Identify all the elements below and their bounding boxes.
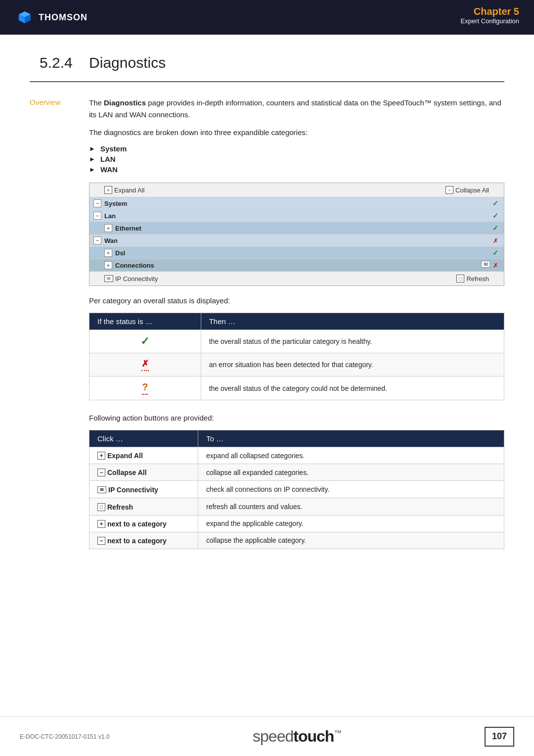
table-row: + Expand All expand all collapsed catego…	[89, 447, 504, 464]
section-name: Diagnostics	[89, 54, 166, 71]
category-system: System	[100, 144, 127, 153]
expand-icon-dsl[interactable]: +	[104, 249, 112, 257]
table-row: − Collapse All collapse all expanded cat…	[89, 464, 504, 481]
expand-icon-lan[interactable]: −	[93, 212, 101, 220]
list-item-lan: ► LAN	[89, 155, 504, 163]
expand-icon-system[interactable]: −	[93, 199, 101, 207]
diagnostics-bold: Diagnostics	[104, 98, 146, 107]
action-col2-header: To …	[198, 430, 504, 447]
ip-connectivity-btn-label: IP Connectivity	[108, 486, 158, 494]
table-row: + next to a category expand the applicab…	[89, 515, 504, 532]
row-label-dsl: Dsl	[115, 249, 491, 257]
overview-intro2: The diagnostics are broken down into thr…	[89, 127, 504, 139]
plus-category-label: next to a category	[107, 520, 167, 528]
refresh-btn[interactable]: □ Refresh	[456, 275, 489, 283]
row-label-ethernet: Ethernet	[115, 225, 491, 232]
expand-all-toolbar-btn[interactable]: + Expand All	[104, 186, 144, 194]
row-label-lan: Lan	[104, 212, 491, 220]
table-row: ? the overall status of the category cou…	[89, 377, 504, 400]
list-item-wan: ► WAN	[89, 165, 504, 174]
expand-all-btn-inline: + Expand All	[97, 452, 143, 460]
diagnostics-ui-diagram: + Expand All − Collapse All − System ✓	[89, 183, 504, 286]
action-ip-desc: check all connections on IP connectivity…	[198, 481, 504, 498]
status-desc-unknown: the overall status of the category could…	[201, 377, 504, 400]
refresh-label: Refresh	[466, 275, 489, 283]
doc-id: E-DOC-CTC-20051017-0151 v1.0	[20, 733, 109, 740]
table-row: □ Refresh refresh all counters and value…	[89, 498, 504, 516]
collapse-all-label: Collapse All	[455, 187, 489, 194]
action-plus-category-desc: expand the applicable category.	[198, 515, 504, 532]
refresh-icon: □	[456, 275, 464, 283]
expand-icon-connections[interactable]: +	[104, 261, 112, 269]
per-category-text: Per category an overall status is displa…	[89, 295, 504, 307]
action-plus-category-cell: + next to a category	[89, 515, 198, 532]
overview-label: Overview	[30, 97, 74, 561]
page-content: 5.2.4 Diagnostics Overview The Diagnosti…	[0, 35, 534, 591]
section-title: 5.2.4 Diagnostics	[30, 54, 504, 71]
table-row: ✉ IP Connectivity check all connections …	[89, 481, 504, 498]
brand-light-text: speed	[253, 727, 293, 745]
diag-row-connections: + Connections ✉ ✗	[89, 259, 504, 272]
expand-all-label: Expand All	[114, 187, 144, 194]
refresh-btn-inline: □ Refresh	[97, 503, 133, 511]
action-minus-category-cell: − next to a category	[89, 532, 198, 549]
overview-section: Overview The Diagnostics page provides i…	[30, 97, 504, 561]
status-icon-error-cell: ✗	[89, 353, 201, 377]
checkmark-icon: ✓	[140, 335, 149, 347]
bullet-arrow-lan: ►	[89, 155, 95, 163]
status-connections-mail: ✉	[481, 261, 490, 268]
chapter-number: Chapter 5	[460, 6, 519, 17]
action-expand-all-desc: expand all collapsed categories.	[198, 447, 504, 464]
row-label-system: System	[104, 200, 491, 207]
status-icon-question-cell: ?	[89, 377, 201, 400]
diag-row-lan: − Lan ✓	[89, 210, 504, 222]
table-row: ✗ an error situation has been detected f…	[89, 353, 504, 377]
status-col1-header: If the status is …	[89, 313, 201, 330]
chapter-info: Chapter 5 Expert Configuration	[460, 6, 519, 25]
action-collapse-all-cell: − Collapse All	[89, 464, 198, 481]
brand-name: THOMSON	[39, 12, 88, 23]
category-lan: LAN	[100, 155, 116, 163]
action-refresh-cell: □ Refresh	[89, 498, 198, 516]
action-expand-all-cell: + Expand All	[89, 447, 198, 464]
diag-bottom-toolbar: ✉ IP Connectivity □ Refresh	[89, 272, 504, 285]
expand-icon-ethernet[interactable]: +	[104, 224, 112, 232]
overview-intro1: The Diagnostics page provides in-depth i…	[89, 97, 504, 121]
footer-brand: speedtouch™	[253, 727, 341, 746]
ip-connectivity-label: IP Connectivity	[115, 275, 158, 283]
brand-tm: ™	[334, 729, 341, 737]
action-collapse-all-desc: collapse all expanded categories.	[198, 464, 504, 481]
ip-connectivity-icon: ✉	[104, 275, 113, 282]
row-label-connections: Connections	[115, 262, 481, 269]
expand-icon-wan[interactable]: −	[93, 236, 101, 244]
minus-category-label: next to a category	[107, 537, 167, 545]
collapse-all-icon: −	[445, 186, 453, 194]
category-wan: WAN	[100, 165, 118, 174]
chapter-subtitle: Expert Configuration	[460, 17, 519, 25]
status-desc-healthy: the overall status of the particular cat…	[201, 330, 504, 353]
section-divider	[30, 81, 504, 82]
collapse-all-toolbar-btn[interactable]: − Collapse All	[445, 186, 489, 194]
brand-logo: THOMSON	[15, 7, 88, 27]
section-number: 5.2.4	[40, 54, 73, 71]
thomson-logo-icon	[15, 7, 35, 27]
category-list: ► System ► LAN ► WAN	[89, 144, 504, 174]
plus-category-btn-inline: + next to a category	[97, 520, 167, 528]
table-row: ✓ the overall status of the particular c…	[89, 330, 504, 353]
error-icon: ✗	[141, 358, 149, 371]
diag-row-system: − System ✓	[89, 197, 504, 210]
row-label-wan: Wan	[104, 237, 491, 244]
page-footer: E-DOC-CTC-20051017-0151 v1.0 speedtouch™…	[0, 716, 534, 756]
diag-top-toolbar: + Expand All − Collapse All	[89, 183, 504, 197]
action-text: Following action buttons are provided:	[89, 412, 504, 424]
status-connections: ✉ ✗	[481, 261, 500, 270]
status-lan: ✓	[491, 211, 500, 220]
ip-connectivity-btn-inline: ✉ IP Connectivity	[97, 486, 158, 494]
bullet-arrow-system: ►	[89, 145, 95, 152]
overview-content: The Diagnostics page provides in-depth i…	[89, 97, 504, 561]
ip-connectivity-btn[interactable]: ✉ IP Connectivity	[104, 275, 158, 283]
table-row: − next to a category collapse the applic…	[89, 532, 504, 549]
diag-row-wan: − Wan ✗	[89, 235, 504, 247]
minus-category-btn-inline: − next to a category	[97, 537, 167, 545]
status-wan: ✗	[491, 236, 500, 245]
